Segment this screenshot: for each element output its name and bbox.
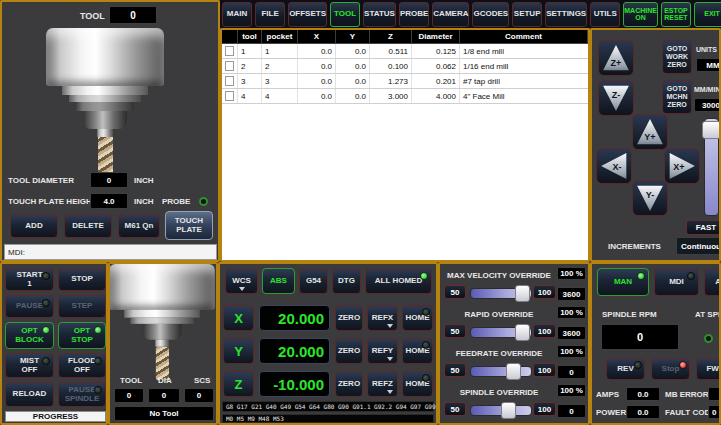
tab-offsets[interactable]: OFFSETS xyxy=(288,2,327,27)
cell-x[interactable]: 0.0 xyxy=(298,59,336,73)
goto-machine-zero-button[interactable]: GOTO MCHN ZERO xyxy=(662,80,692,114)
abs-button[interactable]: ABS xyxy=(262,268,295,294)
row-checkbox[interactable] xyxy=(225,46,234,56)
stop-button[interactable]: STOP xyxy=(58,268,106,291)
spindle-fwd-button[interactable]: FWD xyxy=(696,358,721,380)
tab-probe[interactable]: PROBE xyxy=(399,2,429,27)
units-select[interactable]: MM xyxy=(696,58,721,72)
rapid-override-slider[interactable] xyxy=(470,327,532,338)
exit-button[interactable]: EXIT xyxy=(694,2,721,27)
jog-y-plus-button[interactable]: Y+ xyxy=(632,114,668,150)
dtg-button[interactable]: DTG xyxy=(332,268,361,294)
row-checkbox[interactable] xyxy=(225,76,234,86)
table-row[interactable]: 3 3 0.0 0.0 1.273 0.201 #7 tap drill xyxy=(222,74,588,89)
cell-tool[interactable]: 2 xyxy=(238,59,262,73)
g54-button[interactable]: G54 xyxy=(299,268,328,294)
axis-x-button[interactable]: X xyxy=(223,305,254,331)
jog-x-plus-button[interactable]: X+ xyxy=(664,148,700,184)
feedrate-override-min[interactable]: 50 xyxy=(444,363,466,377)
cell-pocket[interactable]: 1 xyxy=(262,44,298,58)
cell-z[interactable]: 1.273 xyxy=(370,74,412,88)
tab-gcodes[interactable]: GCODES xyxy=(472,2,509,27)
axis-y-button[interactable]: Y xyxy=(223,338,254,364)
tab-camera[interactable]: CAMERA xyxy=(432,2,469,27)
add-tool-button[interactable]: ADD xyxy=(10,214,58,238)
mist-button[interactable]: MIST OFF xyxy=(5,353,54,378)
table-row[interactable]: 1 1 0.0 0.0 0.511 0.125 1/8 end mill xyxy=(222,44,588,59)
flood-button[interactable]: FLOOD OFF xyxy=(58,353,106,378)
cell-x[interactable]: 0.0 xyxy=(298,89,336,103)
jog-z-minus-button[interactable]: Z- xyxy=(598,80,634,116)
cell-y[interactable]: 0.0 xyxy=(336,89,370,103)
jog-y-minus-button[interactable]: Y- xyxy=(632,180,668,216)
jog-x-minus-button[interactable]: X- xyxy=(596,148,632,184)
rapid-override-min[interactable]: 50 xyxy=(444,324,466,338)
slider-thumb[interactable] xyxy=(702,121,721,139)
cell-y[interactable]: 0.0 xyxy=(336,59,370,73)
table-row[interactable]: 4 4 0.0 0.0 3.000 4.000 4" Face Mill xyxy=(222,89,588,104)
spindle-override-slider[interactable] xyxy=(470,405,532,416)
cell-y[interactable]: 0.0 xyxy=(336,44,370,58)
tab-status[interactable]: STATUS xyxy=(363,2,396,27)
jog-z-plus-button[interactable]: Z+ xyxy=(598,40,634,76)
slider-thumb[interactable] xyxy=(501,402,516,419)
cell-diameter[interactable]: 0.062 xyxy=(412,59,460,73)
cell-pocket[interactable]: 3 xyxy=(262,74,298,88)
touch-plate-button[interactable]: TOUCH PLATE xyxy=(165,211,213,240)
fast-button[interactable]: FAST xyxy=(686,220,721,235)
ref-y-button[interactable]: REFY xyxy=(367,338,398,364)
tab-main[interactable]: MAIN xyxy=(222,2,252,27)
pause-spindle-button[interactable]: PAUSE SPINDLE xyxy=(58,382,106,407)
man-tab[interactable]: MAN xyxy=(597,268,649,296)
home-z-button[interactable]: HOME xyxy=(402,371,433,397)
home-x-button[interactable]: HOME xyxy=(402,305,433,331)
mdi-input[interactable]: MDI: xyxy=(4,244,217,260)
table-row[interactable]: 2 2 0.0 0.0 0.100 0.062 1/16 end mill xyxy=(222,59,588,74)
cell-comment[interactable]: #7 tap drill xyxy=(460,74,588,88)
zero-x-button[interactable]: ZERO xyxy=(335,305,363,331)
opt-block-button[interactable]: OPT BLOCK xyxy=(5,322,54,349)
tab-utils[interactable]: UTILS xyxy=(590,2,620,27)
slider-thumb[interactable] xyxy=(515,285,530,302)
row-select-cell[interactable] xyxy=(222,44,238,58)
cell-diameter[interactable]: 0.201 xyxy=(412,74,460,88)
spindle-stop-button[interactable]: Stop xyxy=(651,358,690,380)
spindle-rev-button[interactable]: REV xyxy=(606,358,645,380)
feedrate-override-max[interactable]: 100 xyxy=(533,363,556,377)
row-checkbox[interactable] xyxy=(225,61,234,71)
cell-comment[interactable]: 4" Face Mill xyxy=(460,89,588,103)
cell-tool[interactable]: 4 xyxy=(238,89,262,103)
ref-z-button[interactable]: REFZ xyxy=(367,371,398,397)
estop-reset-button[interactable]: ESTOP RESET xyxy=(661,2,691,27)
cell-diameter[interactable]: 0.125 xyxy=(412,44,460,58)
cell-z[interactable]: 0.100 xyxy=(370,59,412,73)
home-y-button[interactable]: HOME xyxy=(402,338,433,364)
cell-pocket[interactable]: 2 xyxy=(262,59,298,73)
row-checkbox[interactable] xyxy=(225,91,234,101)
jog-rate-display[interactable]: 3000 xyxy=(694,98,721,112)
row-select-cell[interactable] xyxy=(222,59,238,73)
axis-z-button[interactable]: Z xyxy=(223,371,254,397)
slider-thumb[interactable] xyxy=(515,324,530,341)
step-button[interactable]: STEP xyxy=(58,295,106,318)
tab-tool[interactable]: TOOL xyxy=(330,2,360,27)
cell-tool[interactable]: 1 xyxy=(238,44,262,58)
ref-x-button[interactable]: REFX xyxy=(367,305,398,331)
all-homed-button[interactable]: ALL HOMED xyxy=(365,268,432,294)
reload-button[interactable]: RELOAD xyxy=(5,382,54,407)
cell-comment[interactable]: 1/16 end mill xyxy=(460,59,588,73)
jog-speed-slider[interactable] xyxy=(704,118,719,216)
max-velocity-max[interactable]: 100 xyxy=(533,285,556,299)
row-select-cell[interactable] xyxy=(222,89,238,103)
cell-diameter[interactable]: 4.000 xyxy=(412,89,460,103)
slider-thumb[interactable] xyxy=(506,363,521,380)
tab-setup[interactable]: SETUP xyxy=(512,2,542,27)
rapid-override-max[interactable]: 100 xyxy=(533,324,556,338)
mdi-tab[interactable]: MDI xyxy=(654,268,699,296)
cell-z[interactable]: 3.000 xyxy=(370,89,412,103)
increments-select[interactable]: Continuous xyxy=(676,237,721,255)
m61-button[interactable]: M61 Qn xyxy=(118,214,160,238)
touch-plate-height-input[interactable]: 4.0 xyxy=(90,193,128,209)
zero-z-button[interactable]: ZERO xyxy=(335,371,363,397)
zero-y-button[interactable]: ZERO xyxy=(335,338,363,364)
